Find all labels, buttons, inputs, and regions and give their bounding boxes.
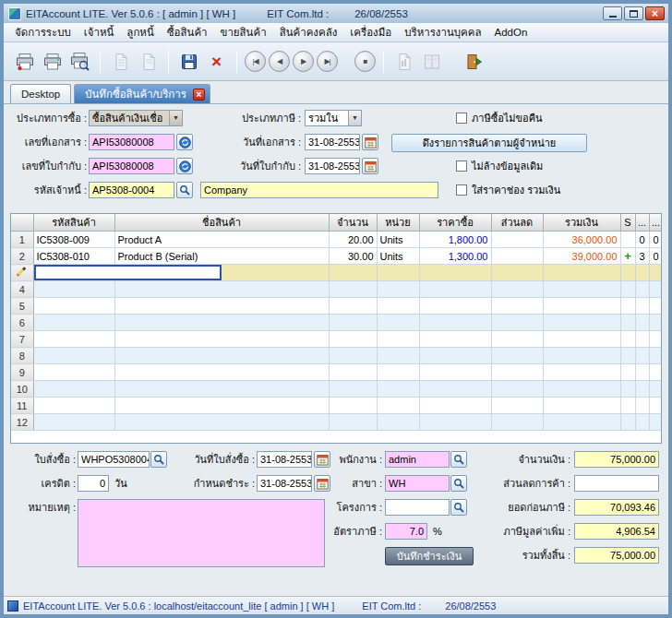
grid-cell[interactable] [329,381,377,398]
minimize-button[interactable] [603,6,622,20]
grid-cell[interactable] [33,414,114,431]
menu-item-system[interactable]: จัดการระบบ [8,22,78,42]
serial-add-icon[interactable]: + [624,249,631,263]
menu-item-tools[interactable]: เครื่องมือ [343,22,398,42]
row-number[interactable]: 6 [11,315,33,331]
grid-cell[interactable] [33,364,114,381]
grid-cell[interactable] [114,398,329,414]
col-qty[interactable]: จำนวน [329,214,377,232]
grid-cell[interactable] [419,298,491,315]
grid-cell[interactable] [33,348,114,364]
branch-lookup-button[interactable] [450,475,467,492]
col-item-name[interactable]: ชื่อสินค้า [114,214,329,232]
total-cell[interactable] [543,265,620,281]
col-item-code[interactable]: รหัสสินค้า [33,214,114,232]
discount-cell[interactable] [491,232,543,248]
grid-cell[interactable] [620,298,635,315]
grid-cell[interactable] [491,331,543,348]
credit-days-field[interactable]: 0 [78,475,109,492]
grid-cell[interactable] [635,414,649,431]
serial-cell[interactable] [620,232,635,248]
grid-cell[interactable] [620,398,635,414]
grid-cell[interactable] [649,414,662,431]
project-lookup-button[interactable] [450,499,467,516]
grid-cell[interactable] [377,298,419,315]
grid-cell[interactable] [329,364,377,381]
qty-cell[interactable]: 20.00 [329,232,377,248]
print-button[interactable] [40,49,65,74]
tax-type-select[interactable]: รวมใน ▼ [305,110,362,126]
unit-cell[interactable]: Units [377,232,419,248]
titlebar[interactable]: EITAccount LITE. Ver 5.0.6 : [ admin ] [… [4,4,668,23]
row-number[interactable]: 7 [11,331,33,348]
stop-button[interactable]: ■ [354,51,376,72]
doc-date-picker-button[interactable] [362,134,378,150]
grid-cell[interactable] [419,414,491,431]
row-number[interactable]: 11 [11,398,33,414]
grid-cell[interactable] [329,298,377,315]
row-number[interactable]: 1 [11,232,33,248]
col-total[interactable]: รวมเงิน [543,214,620,232]
menu-item-purchase[interactable]: ซื้อสินค้า [161,22,214,42]
grid-cell[interactable] [635,315,649,331]
save-button[interactable] [176,49,201,74]
grid-cell[interactable] [33,331,114,348]
menu-item-sales[interactable]: ขายสินค้า [214,22,273,42]
unit-cell[interactable] [377,265,419,281]
extra1-cell[interactable] [635,265,649,281]
grid-cell[interactable] [33,398,114,414]
exit-button[interactable] [461,49,486,74]
grid-cell[interactable] [419,315,491,331]
grid-cell[interactable] [620,414,635,431]
grid-cell[interactable] [635,398,649,414]
grid-cell[interactable] [543,381,620,398]
grid-cell[interactable] [419,364,491,381]
vendor-lookup-button[interactable] [176,182,193,198]
purchase-type-select[interactable]: ซื้อสินค้าเงินเชื่อ ▼ [89,110,183,126]
grid-cell[interactable] [33,281,114,298]
grid-cell[interactable] [114,381,329,398]
grid-cell[interactable] [635,281,649,298]
nav-last-button[interactable]: ▶| [317,51,338,72]
grid-cell[interactable] [114,364,329,381]
grid-cell[interactable] [649,298,662,315]
row-number[interactable]: 9 [11,364,33,381]
extra2-cell[interactable] [649,265,662,281]
grid-cell[interactable] [33,315,114,331]
col-unit[interactable]: หน่วย [377,214,419,232]
col-extra2[interactable]: ... [649,214,662,232]
col-discount[interactable]: ส่วนลด [491,214,543,232]
grid-cell[interactable] [377,315,419,331]
grid-cell[interactable] [649,398,662,414]
row-number[interactable] [11,265,33,281]
grid-cell[interactable] [329,414,377,431]
grid-cell[interactable] [543,315,620,331]
grid-cell[interactable] [377,348,419,364]
grid-cell[interactable] [377,381,419,398]
grid-cell[interactable] [491,298,543,315]
extra2-cell[interactable]: 0 [649,232,662,248]
fetch-vendor-items-button[interactable]: ดึงรายการสินค้าตามผู้จำหน่าย [391,134,587,152]
doc-number-field[interactable]: API53080008 [89,134,174,150]
print-preview-button[interactable] [67,49,92,74]
serial-cell[interactable] [620,265,635,281]
employee-lookup-button[interactable] [450,451,467,468]
grid-cell[interactable] [620,315,635,331]
grid-cell[interactable] [635,364,649,381]
nav-prev-button[interactable]: ◀ [269,51,290,72]
grid-cell[interactable] [419,348,491,364]
grid-cell[interactable] [114,281,329,298]
project-field[interactable] [385,499,450,516]
grid-cell[interactable] [620,331,635,348]
tax-not-refund-checkbox[interactable]: ภาษีซื้อไม่ขอคืน [456,110,543,126]
grid-cell[interactable] [329,281,377,298]
branch-field[interactable]: WH [385,475,450,492]
employee-field[interactable]: admin [385,451,450,468]
nav-first-button[interactable]: |◀ [245,51,266,72]
doc-number-generate-button[interactable] [176,134,193,150]
discount-cell[interactable] [491,265,543,281]
qty-cell[interactable] [329,265,377,281]
grid-cell[interactable] [543,281,620,298]
grid-cell[interactable] [649,315,662,331]
row-number[interactable]: 10 [11,381,33,398]
